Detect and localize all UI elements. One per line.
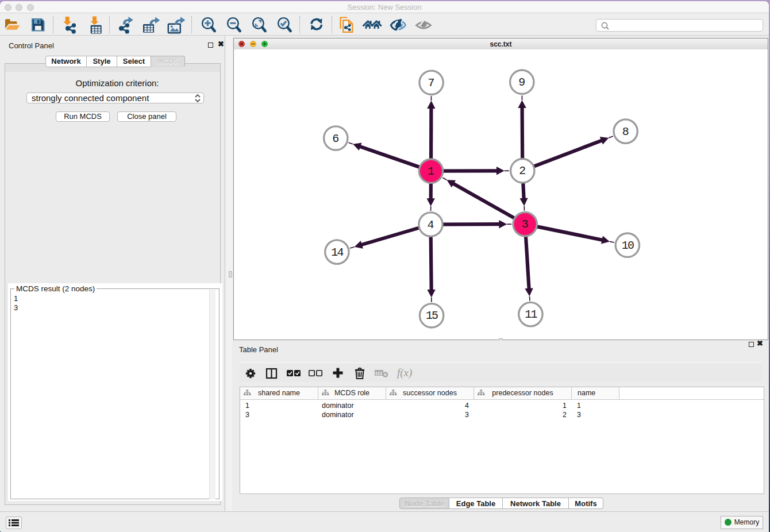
svg-text:6: 6 — [332, 132, 339, 145]
svg-text:4: 4 — [427, 218, 434, 232]
svg-text:15: 15 — [426, 309, 438, 322]
svg-text:8: 8 — [622, 125, 629, 138]
svg-text:11: 11 — [525, 308, 537, 321]
svg-text:10: 10 — [622, 239, 634, 252]
svg-text:3: 3 — [522, 218, 529, 231]
svg-text:f(x): f(x) — [397, 367, 412, 379]
svg-text:9: 9 — [518, 76, 525, 89]
svg-text:7: 7 — [428, 76, 435, 90]
svg-text:1: 1 — [428, 165, 434, 178]
svg-text:14: 14 — [331, 246, 343, 259]
svg-text:2: 2 — [519, 164, 526, 178]
